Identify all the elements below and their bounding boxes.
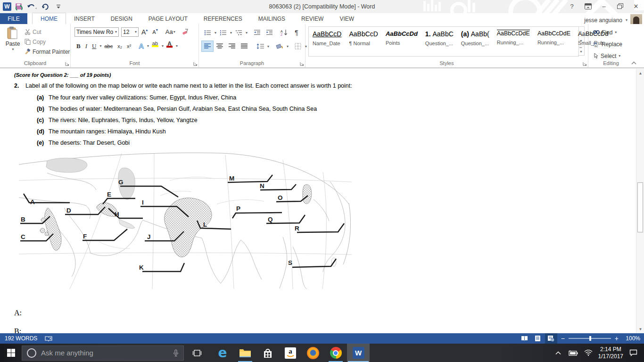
- tab-mailings[interactable]: MAILINGS: [250, 13, 293, 24]
- chevron-down-icon[interactable]: ▾: [246, 31, 248, 35]
- taskbar-file-explorer-icon[interactable]: [234, 344, 256, 362]
- customize-qat-button[interactable]: [53, 1, 64, 12]
- save-button[interactable]: [13, 1, 25, 12]
- style-question-letter[interactable]: (a) AaBb( Question_...: [457, 27, 493, 56]
- chevron-down-icon[interactable]: ▾: [230, 31, 232, 35]
- wifi-icon[interactable]: [583, 346, 594, 360]
- font-color-button[interactable]: A: [165, 41, 174, 51]
- shrink-font-button[interactable]: A▾: [150, 27, 159, 37]
- help-button[interactable]: ?: [564, 0, 580, 12]
- task-view-button[interactable]: [187, 344, 207, 362]
- start-button[interactable]: [0, 344, 22, 362]
- bold-button[interactable]: B: [74, 41, 83, 51]
- bullets-button[interactable]: [202, 27, 213, 38]
- vertical-scrollbar[interactable]: ▲ ▼: [636, 69, 644, 333]
- zoom-slider[interactable]: − +: [561, 335, 619, 342]
- shading-button[interactable]: [274, 41, 285, 51]
- collapse-ribbon-button[interactable]: [631, 61, 636, 65]
- superscript-button[interactable]: x²: [125, 41, 133, 51]
- scroll-up-button[interactable]: ▲: [637, 69, 644, 77]
- strikethrough-button[interactable]: abc: [102, 41, 115, 51]
- styles-dialog-launcher[interactable]: [583, 62, 587, 66]
- word-app-icon[interactable]: W: [3, 2, 11, 11]
- format-painter-button[interactable]: Format Painter: [25, 47, 70, 57]
- highlight-button[interactable]: ab: [150, 41, 160, 51]
- copy-button[interactable]: Copy: [25, 37, 70, 47]
- taskbar-amazon-icon[interactable]: a: [279, 344, 302, 362]
- sort-button[interactable]: AZ: [279, 27, 290, 38]
- font-dialog-launcher[interactable]: [193, 62, 198, 66]
- style-name-date[interactable]: AaBbCcD Name_Date: [309, 27, 345, 56]
- subscript-button[interactable]: x₂: [116, 41, 124, 51]
- print-layout-button[interactable]: [532, 333, 544, 344]
- italic-button[interactable]: I: [83, 41, 89, 51]
- redo-button[interactable]: [40, 1, 51, 12]
- style-running[interactable]: AaBbCcDdE Running_...: [534, 27, 574, 56]
- taskbar-edge-icon[interactable]: e: [211, 344, 234, 362]
- ribbon-display-options-button[interactable]: [580, 0, 596, 12]
- chevron-down-icon[interactable]: ▾: [176, 44, 178, 48]
- cut-button[interactable]: Cut: [25, 27, 70, 37]
- taskbar-store-icon[interactable]: [256, 344, 279, 362]
- minimize-button[interactable]: –: [596, 0, 612, 12]
- align-left-button[interactable]: [202, 41, 213, 51]
- chevron-down-icon[interactable]: ▾: [147, 44, 149, 48]
- align-right-button[interactable]: [226, 41, 238, 51]
- taskbar-word-icon[interactable]: W: [347, 344, 370, 362]
- map-figure[interactable]: A B C D E F G H I J K L M N O P Q: [19, 152, 352, 289]
- show-paragraph-marks-button[interactable]: ¶: [291, 27, 302, 38]
- word-count[interactable]: 192 WORDS: [5, 335, 37, 342]
- find-button[interactable]: Find▾: [593, 27, 622, 37]
- font-size-select[interactable]: 12▾: [121, 27, 139, 37]
- restore-button[interactable]: [612, 0, 628, 12]
- cortana-search-input[interactable]: Ask me anything: [22, 346, 184, 361]
- styles-more-button[interactable]: ▔▼: [578, 46, 584, 55]
- text-effects-button[interactable]: A: [137, 41, 146, 51]
- zoom-in-button[interactable]: +: [615, 335, 619, 342]
- undo-button[interactable]: [26, 1, 38, 12]
- taskbar-chrome-icon[interactable]: [324, 344, 347, 362]
- tab-design[interactable]: DESIGN: [103, 13, 140, 24]
- style-normal[interactable]: AaBbCcD ¶ Normal: [345, 27, 381, 56]
- taskbar-clock[interactable]: 2:14 PM 1/17/2017: [598, 346, 623, 360]
- tab-page-layout[interactable]: PAGE LAYOUT: [140, 13, 196, 24]
- clear-formatting-button[interactable]: [180, 27, 191, 37]
- replace-button[interactable]: abac Replace: [593, 39, 622, 49]
- borders-button[interactable]: [292, 41, 304, 51]
- battery-icon[interactable]: [568, 346, 578, 360]
- line-spacing-button[interactable]: [255, 41, 266, 51]
- taskbar-firefox-icon[interactable]: [302, 344, 324, 362]
- style-running-overline[interactable]: AaBbCcDdE Running_...: [493, 27, 534, 56]
- tab-view[interactable]: VIEW: [331, 13, 362, 24]
- web-layout-button[interactable]: [545, 333, 557, 344]
- tray-overflow-chevron[interactable]: [553, 346, 563, 360]
- decrease-indent-button[interactable]: [251, 27, 263, 38]
- select-button[interactable]: Select▾: [593, 51, 622, 61]
- chevron-down-icon[interactable]: ▾: [267, 44, 269, 49]
- action-center-icon[interactable]: [628, 346, 638, 360]
- document-canvas[interactable]: (Score for Question 2: ___ of 19 points)…: [0, 69, 644, 333]
- tab-insert[interactable]: INSERT: [66, 13, 103, 24]
- read-mode-button[interactable]: [519, 333, 531, 344]
- chevron-down-icon[interactable]: ▾: [287, 44, 289, 49]
- tab-review[interactable]: REVIEW: [293, 13, 331, 24]
- microphone-icon[interactable]: [173, 349, 179, 357]
- zoom-track[interactable]: [569, 338, 611, 339]
- styles-scroll-down-button[interactable]: ▼: [578, 36, 584, 46]
- font-name-select[interactable]: Times New Ro▾: [74, 27, 119, 37]
- zoom-out-button[interactable]: −: [561, 335, 565, 342]
- tab-home[interactable]: HOME: [32, 13, 66, 24]
- justify-button[interactable]: [239, 41, 250, 51]
- change-case-button[interactable]: Aa▾: [164, 27, 177, 37]
- numbering-button[interactable]: [217, 27, 229, 38]
- clipboard-dialog-launcher[interactable]: [65, 62, 69, 66]
- align-center-button[interactable]: [214, 41, 225, 51]
- zoom-thumb[interactable]: [589, 336, 591, 341]
- tab-references[interactable]: REFERENCES: [196, 13, 250, 24]
- grow-font-button[interactable]: A▴: [140, 27, 149, 37]
- scroll-down-button[interactable]: ▼: [637, 325, 644, 333]
- multilevel-list-button[interactable]: [233, 27, 244, 38]
- zoom-level[interactable]: 100%: [622, 335, 640, 342]
- chevron-down-icon[interactable]: ▾: [162, 44, 164, 48]
- proofing-errors-icon[interactable]: [45, 336, 52, 342]
